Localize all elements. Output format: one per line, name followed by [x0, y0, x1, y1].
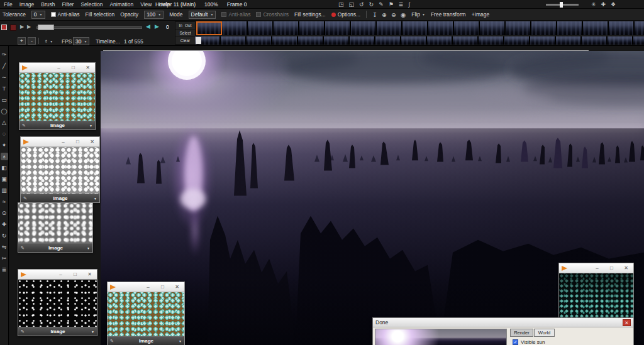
grid-icon[interactable]: ❖ [611, 1, 616, 8]
thumbnail-window[interactable]: – □ ✕ [558, 263, 634, 318]
palette-titlebar[interactable]: – □ ✕ [21, 137, 99, 147]
minimize-button[interactable]: – [56, 271, 65, 277]
menu-view[interactable]: View [140, 1, 152, 8]
menu-file[interactable]: File [4, 1, 13, 8]
close-button[interactable]: ✕ [83, 65, 92, 70]
palette-titlebar[interactable]: – □ ✕ [18, 270, 97, 280]
antialias-checkbox[interactable] [51, 12, 56, 17]
magic-wand-tool[interactable]: ✦ [1, 141, 8, 149]
close-button[interactable]: ✕ [621, 265, 631, 271]
anchor-down-icon[interactable]: ↧ [372, 11, 377, 18]
slider-thumb[interactable] [560, 2, 563, 8]
minimize-button[interactable]: – [54, 65, 64, 70]
add-image-button[interactable]: +Image [472, 11, 490, 18]
opacity-dropdown[interactable]: 100▼ [144, 11, 164, 19]
stop-button[interactable] [10, 25, 16, 31]
texture-image-dark-cells[interactable] [559, 273, 633, 317]
sparkle-icon[interactable]: ✳ [591, 1, 596, 8]
chevron-down-icon[interactable]: ▼ [91, 330, 94, 334]
menu-animation[interactable]: Animation [109, 1, 133, 8]
palette-window-2[interactable]: – □ ✕ ✎ Image ▼ [20, 136, 100, 203]
add-icon[interactable]: ✚ [601, 1, 606, 8]
line-tool[interactable]: ╱ [1, 62, 8, 70]
canvas-area[interactable] [9, 46, 644, 345]
pen-tool[interactable]: ✑ [1, 51, 8, 58]
palette-titlebar[interactable]: – □ ✕ [559, 263, 633, 273]
eyedropper-tool[interactable]: ♁ [1, 153, 8, 160]
palette-window-3[interactable]: ✎ Image ▼ [18, 202, 93, 253]
palette-titlebar[interactable]: – □ ✕ [19, 63, 95, 73]
rect-select-tool[interactable]: ▭ [1, 96, 8, 104]
chevron-down-icon[interactable]: ▼ [89, 124, 92, 128]
timeline-position-thumb[interactable] [38, 25, 54, 30]
palette-window-5[interactable]: – □ ✕ ✎ Image ▼ [107, 282, 185, 345]
minimize-button[interactable]: – [592, 265, 602, 271]
pan-tool[interactable]: ✚ [1, 221, 8, 228]
next-frame-button[interactable]: ▶ [155, 23, 159, 30]
text-tool[interactable]: T [1, 85, 8, 92]
fill-selection-label[interactable]: Fill selection [86, 11, 115, 18]
remove-frame-button[interactable]: - [28, 37, 36, 45]
close-button[interactable]: ✕ [87, 139, 97, 145]
palette-icon[interactable] [1, 25, 7, 30]
select-corners-icon[interactable]: ◳ [338, 1, 344, 8]
in-button[interactable]: In [179, 23, 182, 28]
minimize-button[interactable]: – [58, 139, 68, 145]
texture-image-stars[interactable] [18, 280, 97, 327]
curve-tool[interactable]: ∼ [1, 74, 8, 81]
out-button[interactable]: Out [185, 23, 191, 28]
menu-brush[interactable]: Brush [41, 1, 55, 8]
play-button[interactable]: ▶ [20, 24, 24, 30]
maximize-button[interactable]: □ [158, 284, 167, 290]
clear-button[interactable]: Clear [180, 38, 191, 43]
palette-titlebar[interactable]: – □ ✕ [108, 282, 184, 292]
script-icon[interactable]: ∫ [408, 1, 409, 8]
add-frame-button[interactable]: + [18, 37, 26, 45]
menu-image[interactable]: Image [19, 1, 35, 8]
texture-image-cells-teal[interactable] [19, 73, 95, 121]
maximize-button[interactable]: □ [73, 139, 82, 145]
maximize-button[interactable]: □ [70, 271, 80, 277]
timeline-filmstrip-top[interactable] [196, 21, 644, 35]
texture-image-cells-teal[interactable] [108, 292, 184, 336]
smudge-tool[interactable]: ≈ [1, 198, 8, 205]
ellipse-select-tool[interactable]: ◯ [1, 107, 8, 115]
maximize-button[interactable]: □ [607, 265, 616, 271]
minimize-button[interactable]: – [143, 284, 153, 290]
crop-tool[interactable]: ✂ [1, 255, 8, 262]
timeline-dialog-button[interactable]: Timeline... [96, 38, 120, 45]
close-button[interactable]: ✕ [623, 319, 631, 326]
filmstrip-first-cell[interactable] [196, 37, 201, 44]
texture-image-blobs-gray[interactable] [18, 203, 92, 243]
layers-tool[interactable]: ≣ [1, 266, 8, 273]
selected-frame-highlight[interactable] [196, 21, 222, 35]
flip-dropdown[interactable]: Flip▼ [411, 11, 425, 18]
timeline-filmstrip-bottom[interactable] [195, 36, 644, 45]
done-titlebar[interactable]: Done ✕ [373, 318, 633, 327]
close-button[interactable]: ✕ [172, 284, 182, 290]
fps-dropdown[interactable]: 30▼ [73, 37, 89, 45]
prev-frame-button[interactable]: ◀ [146, 23, 150, 30]
list-icon[interactable]: ≣ [399, 1, 404, 8]
palette-window-4[interactable]: – □ ✕ ✎ Image ▼ [18, 269, 97, 336]
pencil-icon[interactable]: ✎ [379, 1, 384, 8]
chevron-down-icon[interactable]: ▼ [94, 197, 97, 200]
tab-world[interactable]: World [534, 329, 555, 337]
free-transform-button[interactable]: Free transform [431, 11, 466, 18]
frame-dropper-icon[interactable]: ♁ ▼ [44, 38, 53, 44]
select-button[interactable]: Select [179, 31, 191, 35]
undo-icon[interactable]: ↺ [359, 1, 364, 8]
chevron-down-icon[interactable]: ▼ [87, 246, 90, 250]
mirror-tool[interactable]: ⇋ [1, 243, 8, 251]
lasso-tool[interactable]: ◌ [1, 130, 8, 138]
texture-image-cells-white[interactable] [21, 147, 99, 194]
flag-icon[interactable]: ⚑ [389, 1, 394, 8]
maximize-button[interactable]: □ [69, 65, 78, 70]
palette-window-1[interactable]: – □ ✕ ✎ Image ▼ [19, 62, 96, 130]
pattern-icon[interactable]: ◱ [349, 1, 355, 8]
polygon-tool[interactable]: △ [1, 119, 8, 126]
clone-tool[interactable]: ▣ [1, 175, 8, 183]
brush-size-slider[interactable] [546, 4, 579, 6]
tab-render[interactable]: Render [510, 329, 533, 337]
close-button[interactable]: ✕ [85, 271, 94, 277]
